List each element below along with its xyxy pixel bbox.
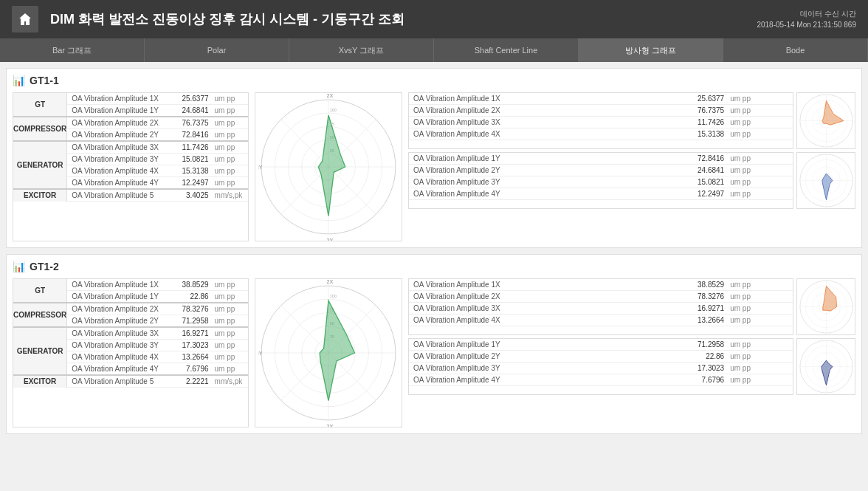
value-cell: 15.3138 [166,165,212,177]
gt-label: GT [13,93,67,117]
gt2-section: 📊 GT1-2 GT OA Vibration Amplitude 1X 38.… [6,254,862,434]
param-cell: OA Vibration Amplitude 4Y [67,177,166,190]
value-cell: 12.2497 [166,177,212,190]
excitor-label: EXCITOR [13,375,67,388]
tab-xvsy[interactable]: XvsY 그래프 [289,38,434,62]
param-cell: OA Vibration Amplitude 5 [67,189,166,202]
svg-marker-26 [822,100,843,125]
svg-marker-71 [821,360,832,385]
unit-cell: um pp [212,154,248,165]
svg-marker-53 [320,301,354,400]
tab-bode[interactable]: Bode [723,38,868,62]
gt1-polar-chart: 2X 1X 2Y 3Y 25 50 75 100 [255,92,402,241]
table-row: OA Vibration Amplitude 4Y 7.6796 um pp [409,374,793,386]
svg-text:2X: 2X [824,279,830,280]
unit-cell: um pp [212,141,248,154]
generator-label: GENERATOR [13,327,67,375]
value-cell: 25.6377 [166,93,212,105]
table-row: OA Vibration Amplitude 4Y 12.2497 um pp [409,188,793,200]
gt2-title-icon: 📊 [13,261,25,272]
gt1-mini-chart-x: 2X 1X [796,92,855,149]
table-row: OA Vibration Amplitude 1Y 72.8416 um pp [409,153,793,165]
tab-radial[interactable]: 방사형 그래프 [579,38,723,62]
unit-cell: mm/s,pk [212,189,248,202]
value-cell: 76.7375 [166,117,212,129]
gt1-radar-svg: 2X 1X 2Y 3Y 25 50 75 100 [258,93,399,241]
value-cell: 15.0821 [166,154,212,165]
gt1-title: 📊 GT1-1 [13,75,855,86]
header: DIM 화력 발전소 진동이상 징후 감시 시스템 - 기동구간 조회 데이터 … [0,0,868,38]
param-cell: OA Vibration Amplitude 3X [67,141,166,154]
gt1-right-y-data: OA Vibration Amplitude 1Y 72.8416 um pp … [408,152,793,209]
gt2-radar-svg: 2X 1X 2Y 3Y 25 50 75 100 [258,279,399,427]
unit-cell: um pp [212,93,248,105]
table-row: OA Vibration Amplitude 2Y 22.86 um pp [409,351,793,363]
tab-bar[interactable]: Bar 그래프 [0,38,145,62]
table-row: GENERATOR OA Vibration Amplitude 3X 11.7… [13,141,248,154]
home-icon[interactable] [12,6,38,32]
gt1-section: 📊 GT1-1 GT OA Vibration Amplitude 1X 25.… [6,68,862,248]
svg-text:2X: 2X [326,279,333,285]
table-row: OA Vibration Amplitude 3Y 17.3023 um pp [409,363,793,374]
table-row: OA Vibration Amplitude 2X 78.3276 um pp [409,291,793,303]
gt2-right-x-group: OA Vibration Amplitude 1X 38.8529 um pp … [408,278,855,335]
svg-text:3Y: 3Y [258,350,263,357]
svg-text:2X: 2X [326,93,333,99]
gt1-right-x-data: OA Vibration Amplitude 1X 25.6377 um pp … [408,92,793,149]
gt2-right-y-group: OA Vibration Amplitude 1Y 71.2958 um pp … [408,338,855,395]
table-row: OA Vibration Amplitude 1X 38.8529 um pp [409,279,793,291]
gt2-right-x-data: OA Vibration Amplitude 1X 38.8529 um pp … [408,278,793,335]
svg-text:3Y: 3Y [258,164,263,171]
nav-tabs: Bar 그래프 Polar XvsY 그래프 Shaft Center Line… [0,38,868,62]
gt2-title: 📊 GT1-2 [13,261,855,272]
svg-text:2Y: 2Y [824,339,830,340]
gt2-right-tables: OA Vibration Amplitude 1X 38.8529 um pp … [408,278,855,428]
table-row: COMPRESSOR OA Vibration Amplitude 2X 78.… [13,303,248,315]
tab-polar[interactable]: Polar [145,38,289,62]
gt1-right-tables: OA Vibration Amplitude 1X 25.6377 um pp … [408,92,855,241]
unit-cell: um pp [212,105,248,117]
gt1-title-icon: 📊 [13,75,25,86]
value-cell: 72.8416 [166,129,212,142]
svg-text:2Y: 2Y [824,153,830,154]
gt2-left-data: GT OA Vibration Amplitude 1X 38.8529 um … [13,278,249,428]
unit-cell: um pp [212,117,248,129]
main-content: 📊 GT1-1 GT OA Vibration Amplitude 1X 25.… [0,62,868,446]
tab-shaft[interactable]: Shaft Center Line [434,38,579,62]
value-cell: 11.7426 [166,141,212,154]
table-row: COMPRESSOR OA Vibration Amplitude 2X 76.… [13,117,248,129]
param-cell: OA Vibration Amplitude 4X [67,165,166,177]
table-row: OA Vibration Amplitude 4X 15.3138 um pp [409,128,793,140]
svg-text:2X: 2X [824,93,830,94]
compressor-label: COMPRESSOR [13,117,67,141]
gt1-left-data: GT OA Vibration Amplitude 1X 25.6377 um … [13,92,249,241]
param-cell: OA Vibration Amplitude 3Y [67,154,166,165]
svg-text:100: 100 [330,108,337,112]
value-cell: 3.4025 [166,189,212,202]
gt2-right-y-data: OA Vibration Amplitude 1Y 71.2958 um pp … [408,338,793,395]
compressor-label: COMPRESSOR [13,303,67,327]
table-row: OA Vibration Amplitude 1Y 71.2958 um pp [409,339,793,351]
gt1-body: GT OA Vibration Amplitude 1X 25.6377 um … [13,92,855,241]
gt1-right-x-group: OA Vibration Amplitude 1X 25.6377 um pp … [408,92,855,149]
table-row: GT OA Vibration Amplitude 1X 25.6377 um … [13,93,248,105]
value-cell: 24.6841 [166,105,212,117]
svg-text:2Y: 2Y [326,423,333,427]
table-row: OA Vibration Amplitude 1X 25.6377 um pp [409,93,793,105]
param-cell: OA Vibration Amplitude 1X [67,93,166,105]
unit-cell: um pp [212,129,248,142]
gt2-mini-chart-y: 2Y 1Y [796,338,855,395]
generator-label: GENERATOR [13,141,67,189]
gt-label: GT [13,279,67,303]
excitor-label: EXCITOR [13,189,67,202]
table-row: OA Vibration Amplitude 3X 11.7426 um pp [409,117,793,128]
table-row: GT OA Vibration Amplitude 1X 38.8529 um … [13,279,248,291]
table-row: EXCITOR OA Vibration Amplitude 5 3.4025 … [13,189,248,202]
param-cell: OA Vibration Amplitude 2X [67,117,166,129]
table-row: OA Vibration Amplitude 2X 76.7375 um pp [409,105,793,117]
gt2-polar-chart: 2X 1X 2Y 3Y 25 50 75 100 [255,278,402,428]
page-title: DIM 화력 발전소 진동이상 징후 감시 시스템 - 기동구간 조회 [50,10,757,28]
svg-marker-17 [318,115,345,216]
unit-cell: um pp [212,165,248,177]
gt2-body: GT OA Vibration Amplitude 1X 38.8529 um … [13,278,855,428]
